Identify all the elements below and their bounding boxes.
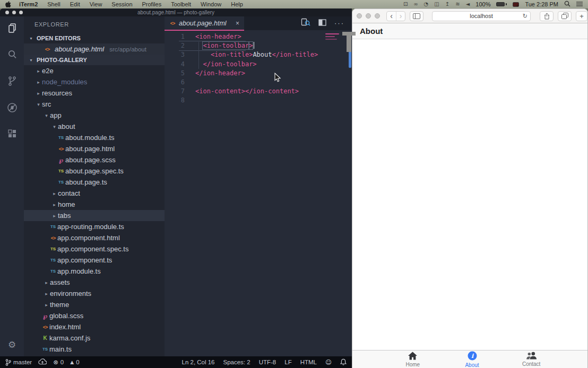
menubar-clock[interactable]: Tue 2:28 PM [525, 1, 558, 7]
menu-shell[interactable]: Shell [42, 1, 65, 7]
explorer-icon[interactable] [6, 22, 19, 34]
tree-item-label: app.component.ts [57, 256, 112, 264]
forward-button[interactable]: › [396, 12, 405, 21]
screenshot-icon[interactable]: ⊡ [403, 1, 408, 7]
menu-profiles[interactable]: Profiles [137, 1, 167, 7]
status-ln-2-col-16[interactable]: Ln 2, Col 16 [182, 359, 215, 365]
line-number: 1 [165, 32, 185, 41]
tree-item-assets[interactable]: ▸assets [24, 277, 165, 288]
status-html[interactable]: HTML [300, 359, 317, 365]
tab-about[interactable]: iAbout [443, 351, 502, 368]
open-preview-icon[interactable] [301, 18, 310, 29]
zoom-window-button[interactable] [375, 13, 380, 19]
tree-item-resources[interactable]: ▸resources [24, 87, 165, 99]
tree-item-index-html[interactable]: <>index.html [24, 321, 165, 332]
minimize-window-button[interactable] [366, 13, 371, 19]
back-button[interactable]: ‹ [387, 12, 396, 21]
warnings-indicator[interactable]: ▲ 0 [70, 359, 79, 365]
git-branch-indicator[interactable]: master [5, 359, 32, 366]
tree-item-about-page-scss[interactable]: ℘about.page.scss [24, 154, 165, 165]
debug-icon[interactable] [6, 101, 19, 114]
new-tab-button[interactable]: + [576, 11, 587, 21]
apple-menu-icon[interactable] [5, 1, 11, 8]
tree-item-e2e[interactable]: ▸e2e [24, 65, 165, 76]
clock-icon[interactable]: ◔ [424, 1, 429, 7]
menu-help[interactable]: Help [226, 1, 248, 7]
publish-sync-icon[interactable] [38, 358, 47, 366]
wifi-icon[interactable]: ≋ [455, 1, 460, 7]
tree-item-about[interactable]: ▾about [24, 121, 165, 132]
tree-item-label: node_modules [42, 78, 87, 86]
vscode-titlebar[interactable]: about.page.html — photo-gallery [0, 8, 352, 16]
address-bar[interactable]: localhost ↻ [432, 11, 531, 21]
display-icon[interactable]: ◫ [434, 1, 439, 7]
menu-toolbelt[interactable]: Toolbelt [166, 1, 196, 7]
tree-item-src[interactable]: ▾src [24, 99, 165, 110]
tree-item-app-component-ts[interactable]: TSapp.component.ts [24, 255, 165, 266]
open-editor-item[interactable]: <> about.page.html src/app/about [24, 43, 165, 55]
status-lf[interactable]: LF [284, 359, 291, 365]
code-editor[interactable]: 1<ion-header>2 <ion-toolbar>3 <ion-title… [165, 30, 352, 356]
mouse-cursor [274, 73, 281, 85]
tab-overview-button[interactable] [558, 11, 572, 21]
source-control-icon[interactable] [6, 75, 19, 87]
tree-item-node-modules[interactable]: ▸node_modules [24, 76, 165, 87]
tree-item-contact[interactable]: ▸contact [24, 188, 165, 199]
tree-item-app-routing-module-ts[interactable]: TSapp-routing.module.ts [24, 221, 165, 232]
search-icon[interactable] [6, 48, 19, 61]
battery-percent-label: 100% [475, 1, 490, 7]
tree-item-app-component-html[interactable]: <>app.component.html [24, 232, 165, 243]
tree-item-home[interactable]: ▸home [24, 199, 165, 210]
vscode-window: about.page.html — photo-gallery [0, 8, 352, 368]
tree-item-tabs[interactable]: ▸tabs [24, 210, 165, 221]
tree-item-app-component-spec-ts[interactable]: TSapp.component.spec.ts [24, 243, 165, 255]
more-actions-icon[interactable]: ··· [334, 21, 344, 26]
notification-center-icon[interactable] [576, 1, 583, 8]
timer-icon[interactable]: ∞ [413, 1, 418, 7]
project-section-header[interactable]: ▾ PHOTO-GALLERY [24, 55, 165, 65]
spotlight-icon[interactable] [564, 1, 570, 8]
tree-item-environments[interactable]: ▸environments [24, 288, 165, 299]
zoom-window-button[interactable] [19, 11, 23, 14]
share-button[interactable] [540, 11, 554, 21]
close-window-button[interactable] [5, 11, 9, 14]
tab-close-icon[interactable]: × [236, 20, 239, 27]
vscode-traffic-lights[interactable] [5, 11, 23, 14]
feedback-smiley-icon[interactable]: ☺ [325, 358, 332, 366]
tree-item-app[interactable]: ▾app [24, 110, 165, 121]
usb-icon[interactable]: ↥ [445, 1, 449, 7]
tree-item-karma-conf-js[interactable]: Kkarma.conf.js [24, 332, 165, 344]
split-editor-icon[interactable] [318, 19, 326, 28]
ts-file-icon: TS [49, 258, 57, 262]
minimize-window-button[interactable] [12, 11, 16, 14]
menu-view[interactable]: View [85, 1, 107, 7]
keyboard-layout-flag-icon[interactable] [513, 2, 519, 7]
tab-home[interactable]: Home [383, 351, 443, 368]
status-utf-8[interactable]: UTF-8 [259, 359, 276, 365]
tree-item-main-ts[interactable]: TSmain.ts [24, 344, 165, 355]
tree-item-global-scss[interactable]: ℘global.scss [24, 310, 165, 321]
notifications-bell-icon[interactable] [340, 358, 347, 366]
tree-item-about-page-html[interactable]: <>about.page.html [24, 143, 165, 154]
sidebar-toggle-button[interactable] [410, 11, 423, 21]
menu-session[interactable]: Session [107, 1, 137, 7]
tab-about-page-html[interactable]: <> about.page.html × [165, 16, 244, 30]
tree-item-about-module-ts[interactable]: TSabout.module.ts [24, 132, 165, 143]
tree-item-theme[interactable]: ▸theme [24, 299, 165, 310]
menu-iterm2[interactable]: iTerm2 [14, 1, 42, 7]
menu-window[interactable]: Window [196, 1, 226, 7]
tree-item-about-page-ts[interactable]: TSabout.page.ts [24, 177, 165, 188]
settings-gear-icon[interactable]: ⚙ [8, 339, 16, 350]
reload-icon[interactable]: ↻ [523, 13, 528, 20]
open-editors-section[interactable]: ▾ OPEN EDITORS [24, 33, 165, 43]
browser-traffic-lights[interactable] [357, 13, 380, 19]
status-spaces-2[interactable]: Spaces: 2 [223, 359, 250, 365]
extensions-icon[interactable] [6, 128, 19, 141]
errors-indicator[interactable]: ⊗ 0 [53, 358, 64, 366]
volume-icon[interactable]: ◄ [466, 1, 470, 7]
tree-item-app-module-ts[interactable]: TSapp.module.ts [24, 266, 165, 277]
menu-edit[interactable]: Edit [65, 1, 85, 7]
tab-contact[interactable]: Contact [501, 351, 561, 368]
tree-item-about-page-spec-ts[interactable]: TSabout.page.spec.ts [24, 165, 165, 177]
close-window-button[interactable] [357, 13, 362, 19]
